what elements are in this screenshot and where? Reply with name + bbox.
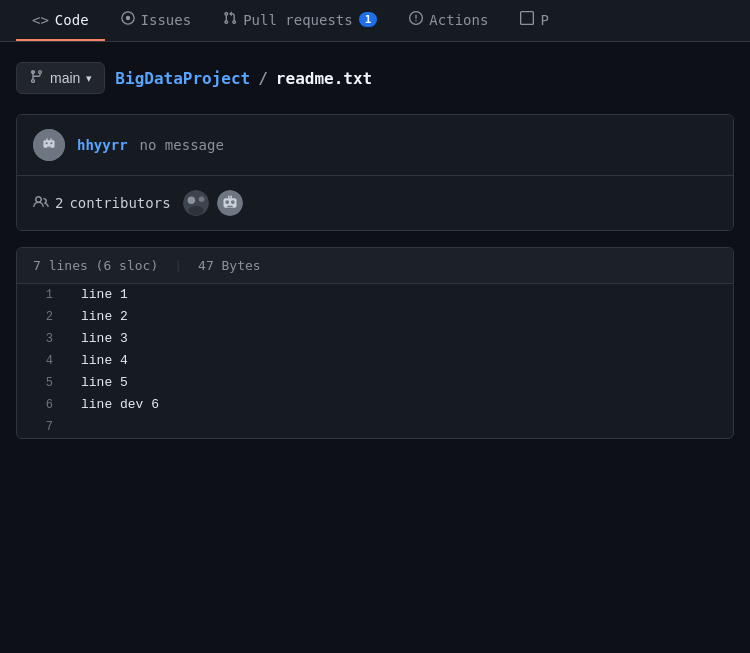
contributors-avatars [181,188,245,218]
contributors-label: 2 contributors [33,194,171,213]
svg-rect-4 [46,142,48,144]
file-breadcrumb: BigDataProject / readme.txt [115,69,372,88]
code-area: 1line 12line 23line 34line 45line 56line… [17,284,733,438]
line-number: 5 [17,372,69,394]
contributors-text: contributors [69,195,170,211]
svg-point-11 [198,197,204,203]
commit-info: hhyyrr no message [17,115,733,176]
table-row: 1line 1 [17,284,733,306]
contributors-info: 2 contributors [17,176,733,230]
file-lines-stat: 7 lines (6 sloc) [33,258,158,273]
file-content-box: 7 lines (6 sloc) | 47 Bytes 1line 12line… [16,247,734,439]
file-stat-separator: | [174,258,182,273]
line-content: line 1 [69,284,733,306]
pr-badge: 1 [359,12,378,27]
file-name: readme.txt [276,69,372,88]
line-number: 4 [17,350,69,372]
nav-tabs: <> Code Issues Pull requests 1 Actions P [0,0,750,42]
commit-avatar [33,129,65,161]
line-content: line 4 [69,350,733,372]
file-size-stat: 47 Bytes [198,258,261,273]
people-icon [33,194,49,213]
line-number: 2 [17,306,69,328]
svg-point-15 [225,200,229,204]
file-header: 7 lines (6 sloc) | 47 Bytes [17,248,733,284]
svg-point-12 [188,206,203,215]
tab-pull-requests[interactable]: Pull requests 1 [207,0,393,41]
tab-code[interactable]: <> Code [16,0,105,41]
line-number: 1 [17,284,69,306]
chevron-down-icon: ▾ [86,72,92,85]
commit-message: no message [140,137,224,153]
actions-icon [409,11,423,28]
repo-name[interactable]: BigDataProject [115,69,250,88]
line-content: line 2 [69,306,733,328]
issues-icon [121,11,135,28]
projects-icon [520,11,534,28]
svg-point-1 [125,16,129,20]
table-row: 3line 3 [17,328,733,350]
line-content: line 3 [69,328,733,350]
table-row: 6line dev 6 [17,394,733,416]
line-content: line 5 [69,372,733,394]
table-row: 4line 4 [17,350,733,372]
path-bar: main ▾ BigDataProject / readme.txt [16,62,734,94]
line-number: 7 [17,416,69,438]
tab-pr-label: Pull requests [243,12,353,28]
branch-name: main [50,70,80,86]
svg-rect-17 [227,206,233,207]
file-info-stack: hhyyrr no message 2 contributors [16,114,734,231]
svg-rect-7 [46,138,47,141]
tab-code-label: Code [55,12,89,28]
tab-projects[interactable]: P [504,0,564,41]
svg-rect-8 [50,138,51,141]
svg-rect-5 [50,142,52,144]
line-content: line dev 6 [69,394,733,416]
table-row: 5line 5 [17,372,733,394]
svg-rect-18 [228,196,229,200]
commit-username[interactable]: hhyyrr [77,137,128,153]
svg-rect-6 [47,146,51,147]
svg-point-10 [187,197,194,204]
pr-icon [223,11,237,28]
tab-issues-label: Issues [141,12,192,28]
path-separator: / [258,69,268,88]
contributor-avatar-1[interactable] [181,188,211,218]
table-row: 2line 2 [17,306,733,328]
tab-issues[interactable]: Issues [105,0,208,41]
line-number: 3 [17,328,69,350]
tab-actions-label: Actions [429,12,488,28]
line-number: 6 [17,394,69,416]
branch-selector[interactable]: main ▾ [16,62,105,94]
tab-actions[interactable]: Actions [393,0,504,41]
contributors-count: 2 [55,195,63,211]
contributor-avatar-2[interactable] [215,188,245,218]
code-icon: <> [32,12,49,28]
svg-rect-19 [230,196,231,200]
svg-point-16 [231,200,235,204]
main-content: main ▾ BigDataProject / readme.txt [0,42,750,459]
table-row: 7 [17,416,733,438]
tab-projects-label: P [540,12,548,28]
branch-icon [29,69,44,87]
